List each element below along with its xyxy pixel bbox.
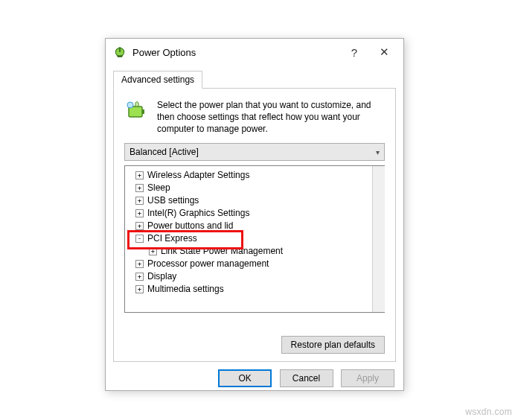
tree-item-label: Processor power management	[147, 258, 269, 269]
expand-icon[interactable]: +	[135, 171, 144, 179]
tree-item[interactable]: +Sleep	[128, 182, 372, 194]
tree-item[interactable]: +Processor power management	[128, 258, 372, 270]
tree-item-label: Multimedia settings	[147, 284, 224, 294]
expand-icon[interactable]: +	[135, 260, 144, 268]
tree-item-label: Sleep	[147, 182, 170, 193]
dialog-buttons: OK Cancel Apply	[106, 362, 403, 396]
svg-rect-4	[142, 109, 144, 114]
restore-plan-defaults-button[interactable]: Restore plan defaults	[281, 336, 385, 354]
scrollbar[interactable]	[372, 166, 385, 312]
expand-icon[interactable]: +	[135, 222, 144, 230]
settings-tree: +Wireless Adapter Settings+Sleep+USB set…	[124, 165, 385, 313]
tree-item-label: Wireless Adapter Settings	[147, 170, 249, 180]
expand-icon[interactable]: +	[135, 184, 144, 192]
svg-point-5	[127, 102, 133, 108]
apply-button[interactable]: Apply	[341, 369, 394, 387]
expand-icon[interactable]: +	[135, 285, 144, 293]
tree-item[interactable]: +Intel(R) Graphics Settings	[128, 207, 372, 220]
tree-item-label: Power buttons and lid	[147, 220, 233, 231]
tree-item[interactable]: +USB settings	[128, 194, 372, 207]
tree-item[interactable]: +Display	[128, 270, 372, 283]
ok-button[interactable]: OK	[218, 369, 272, 387]
power-options-icon	[113, 45, 127, 59]
battery-icon	[124, 99, 148, 123]
cancel-button[interactable]: Cancel	[280, 369, 333, 387]
tab-advanced-settings[interactable]: Advanced settings	[113, 71, 202, 89]
tree-item-label: Display	[147, 271, 176, 281]
power-plan-select[interactable]: Balanced [Active] ▾	[124, 143, 385, 161]
intro-text: Select the power plan that you want to c…	[157, 99, 385, 136]
tab-area: Advanced settings Select the power plan …	[113, 70, 396, 362]
tree-item-label: PCI Express	[147, 233, 197, 244]
expand-icon[interactable]: +	[135, 197, 144, 205]
titlebar: Power Options ? ✕	[106, 39, 403, 66]
intro-row: Select the power plan that you want to c…	[124, 99, 385, 136]
power-options-dialog: Power Options ? ✕ Advanced settings Sele…	[105, 38, 404, 391]
expand-icon[interactable]: +	[149, 247, 157, 255]
chevron-down-icon: ▾	[376, 147, 380, 156]
expand-icon[interactable]: +	[135, 273, 144, 281]
collapse-icon[interactable]: -	[135, 235, 144, 243]
close-button[interactable]: ✕	[369, 42, 399, 63]
tree-item[interactable]: +Power buttons and lid	[128, 220, 372, 232]
tree-item[interactable]: +Multimedia settings	[128, 283, 372, 296]
power-plan-selected: Balanced [Active]	[130, 147, 199, 157]
tree-item-label: USB settings	[147, 195, 199, 206]
tree-item-label: Link State Power Management	[161, 246, 283, 256]
tree-item[interactable]: -PCI Express	[128, 232, 372, 245]
help-button[interactable]: ?	[339, 42, 369, 63]
tree-item[interactable]: +Link State Power Management	[128, 245, 372, 258]
svg-rect-2	[118, 56, 123, 57]
svg-rect-1	[119, 47, 121, 52]
window-title: Power Options	[132, 47, 339, 58]
watermark: wsxdn.com	[465, 407, 512, 417]
expand-icon[interactable]: +	[135, 209, 144, 217]
tab-panel: Select the power plan that you want to c…	[113, 88, 396, 362]
tree-item[interactable]: +Wireless Adapter Settings	[128, 169, 372, 182]
tree-item-label: Intel(R) Graphics Settings	[147, 208, 249, 218]
